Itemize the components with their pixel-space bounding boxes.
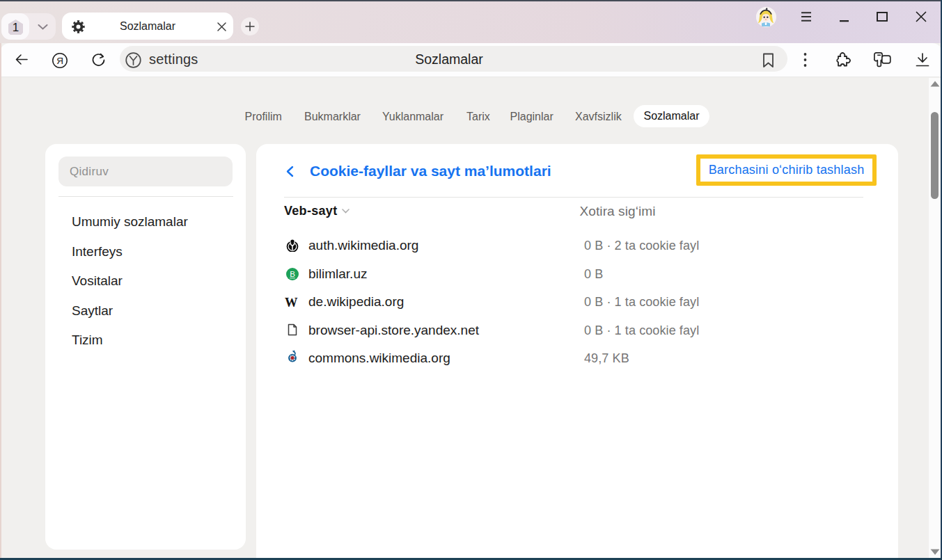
svg-text:Я: Я [56, 56, 63, 66]
svg-text:B: B [290, 269, 295, 278]
